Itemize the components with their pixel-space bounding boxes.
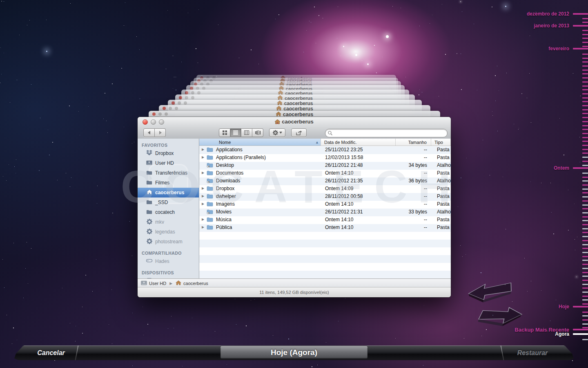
file-row[interactable]: Downloads26/11/2012 21:3536 bytesAtalho (199, 177, 451, 184)
backup-tick-major[interactable] (573, 48, 588, 49)
backup-tick[interactable] (582, 58, 588, 59)
backup-tick[interactable] (582, 42, 588, 43)
disclosure-triangle[interactable]: ▶ (199, 202, 207, 206)
backup-tick[interactable] (582, 65, 588, 67)
file-row[interactable]: Desktop26/11/2012 21:4834 bytesAtalho (199, 161, 451, 169)
backup-tick[interactable] (582, 192, 588, 193)
sidebar-item-filmes[interactable]: Filmes (138, 178, 199, 188)
backup-tick[interactable] (582, 319, 588, 321)
file-row[interactable]: ▶ImagensOntem 14:10--Pasta (199, 200, 451, 208)
search-input[interactable] (332, 131, 447, 136)
backup-tick[interactable] (582, 61, 588, 63)
backup-tick[interactable] (582, 81, 588, 83)
file-row[interactable]: Movies26/11/2012 21:3133 bytesAtalho (199, 208, 451, 215)
backup-tick[interactable] (582, 188, 588, 190)
backup-tick[interactable] (582, 101, 588, 102)
backup-tick[interactable] (582, 89, 588, 90)
share-button[interactable] (291, 128, 307, 137)
backup-tick[interactable] (582, 157, 588, 158)
backup-tick[interactable] (582, 323, 588, 325)
backup-tick[interactable] (582, 184, 588, 186)
backup-tick[interactable] (582, 296, 588, 297)
backup-tick[interactable] (582, 18, 588, 19)
column-view-button[interactable] (241, 128, 252, 137)
sidebar-item-transfer-ncias[interactable]: Transferências (138, 168, 199, 178)
backup-tick[interactable] (582, 85, 588, 87)
sidebar-item--ssd[interactable]: _SSD (138, 197, 199, 207)
action-menu-button[interactable] (269, 128, 285, 137)
backup-tick[interactable] (582, 240, 588, 241)
disclosure-triangle[interactable]: ▶ (199, 194, 207, 198)
backup-tick[interactable] (582, 153, 588, 154)
file-row[interactable]: ▶MúsicaOntem 14:10--Pasta (199, 215, 451, 223)
backup-tick[interactable] (582, 22, 588, 23)
column-header-type[interactable]: Tipo (431, 139, 451, 146)
backup-tick[interactable] (582, 113, 588, 114)
coverflow-view-button[interactable] (252, 128, 263, 137)
file-row[interactable]: ▶Applications25/11/2012 23:25--Pasta (199, 146, 451, 153)
backup-tick[interactable] (582, 117, 588, 118)
list-view-button[interactable] (230, 128, 241, 137)
backup-tick[interactable] (582, 125, 588, 126)
sidebar-item-legendas[interactable]: legendas (138, 227, 199, 237)
backup-tick[interactable] (582, 339, 588, 340)
backup-tick[interactable] (582, 287, 588, 289)
backup-tick[interactable] (582, 180, 588, 182)
path-item[interactable]: User HD (141, 280, 166, 286)
forward-button[interactable] (155, 128, 166, 137)
backup-tick[interactable] (582, 260, 588, 261)
backup-tick[interactable] (582, 264, 588, 265)
backup-tick[interactable] (582, 38, 588, 39)
backup-tick[interactable] (582, 244, 588, 245)
backup-tick[interactable] (582, 149, 588, 150)
backup-tick[interactable] (582, 200, 588, 202)
backup-tick[interactable] (582, 299, 588, 301)
cancel-button[interactable]: Cancelar (27, 346, 76, 360)
tm-back-arrow[interactable] (468, 282, 513, 304)
backup-tick[interactable] (582, 93, 588, 94)
backup-tick[interactable] (582, 141, 588, 142)
backup-tick-major[interactable] (573, 167, 588, 169)
column-header-date[interactable]: Data de Modific. (321, 139, 396, 146)
backup-tick[interactable] (582, 105, 588, 106)
backup-tick[interactable] (582, 284, 588, 285)
backup-tick[interactable] (582, 109, 588, 110)
sidebar-item-cocatech[interactable]: cocatech (138, 207, 199, 217)
backup-tick[interactable] (582, 312, 588, 313)
icon-view-button[interactable] (219, 128, 230, 137)
disclosure-triangle[interactable]: ▶ (199, 225, 207, 229)
backup-tick[interactable] (582, 276, 588, 277)
file-row[interactable]: ▶Applications (Parallels)12/02/2013 15:5… (199, 153, 451, 161)
backup-tick[interactable] (582, 161, 588, 162)
backup-tick[interactable] (582, 327, 588, 328)
backup-tick[interactable] (582, 121, 588, 122)
file-row[interactable]: ▶dwhelper28/11/2012 00:58--Pasta (199, 192, 451, 200)
backup-tick[interactable] (582, 292, 588, 293)
backup-tick[interactable] (582, 137, 588, 138)
backup-tick[interactable] (582, 97, 588, 99)
sidebar-item-caocerberus[interactable]: caocerberus (138, 188, 199, 197)
column-header-size[interactable]: Tamanho (396, 139, 431, 146)
disclosure-triangle[interactable]: ▶ (199, 218, 207, 221)
backup-tick[interactable] (582, 256, 588, 257)
backup-tick[interactable] (582, 129, 588, 130)
backup-tick[interactable] (582, 30, 588, 31)
restore-button[interactable]: Restaurar (506, 346, 559, 360)
backup-tick[interactable] (582, 77, 588, 79)
backup-tick[interactable] (582, 303, 588, 305)
back-button[interactable] (143, 128, 155, 137)
backup-tick[interactable] (582, 272, 588, 273)
backup-tick[interactable] (582, 220, 588, 221)
backup-tick[interactable] (582, 70, 588, 71)
disclosure-triangle[interactable]: ▶ (199, 155, 207, 159)
backup-tick[interactable] (582, 73, 588, 74)
backup-tick[interactable] (582, 196, 588, 197)
backup-tick[interactable] (582, 133, 588, 134)
backup-tick-major[interactable] (573, 329, 588, 330)
disclosure-triangle[interactable]: ▶ (199, 186, 207, 190)
backup-tick[interactable] (582, 236, 588, 237)
file-row[interactable]: ▶DocumentosOntem 14:10--Pasta (199, 169, 451, 177)
sidebar-item-dropbox[interactable]: Dropbox (138, 148, 199, 158)
backup-tick[interactable] (582, 280, 588, 281)
search-field[interactable] (325, 129, 448, 137)
